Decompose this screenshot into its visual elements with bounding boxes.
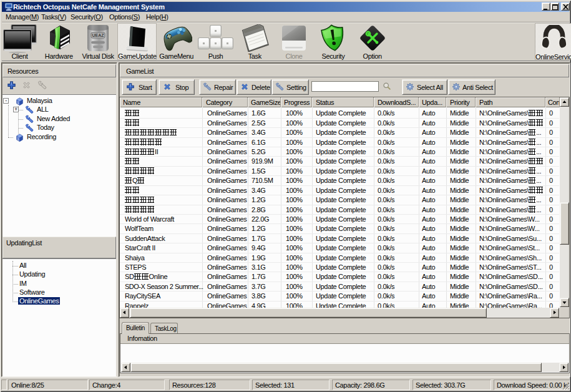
svg-text:UEAZ: UEAZ	[92, 33, 105, 37]
